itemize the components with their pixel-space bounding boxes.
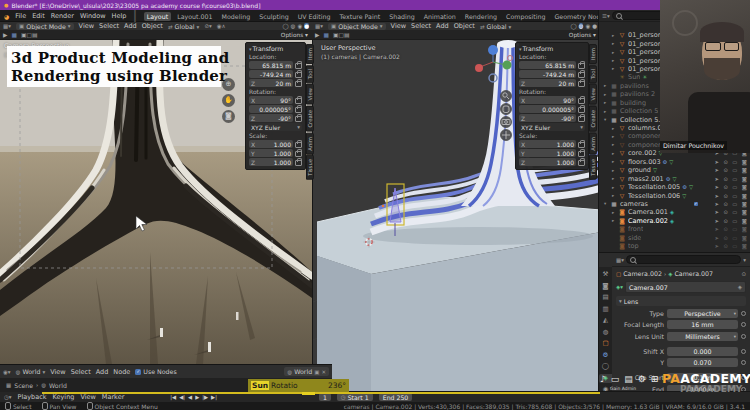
selectable-toggle-icon[interactable]: ➤ [714,209,718,215]
world-tab[interactable]: ◍ [599,328,612,337]
playback-button[interactable]: |▶ [202,394,208,400]
editor-type-icon[interactable]: ▦▾ [315,23,323,29]
pan-hand-icon[interactable]: ✋ [222,94,235,107]
lock-icon[interactable] [295,142,302,148]
lock-icon[interactable] [578,63,585,69]
lock-icon[interactable] [578,151,585,157]
outliner-item[interactable]: ▾ cameras ⚙ ▽ ◈ ☀ ➤ ⊙ ▭ ◙ [599,200,750,208]
euler-mode-dropdown[interactable]: XYZ Euler▾ [519,123,585,131]
scale-field[interactable]: Z1.000 [249,158,293,166]
lock-icon[interactable] [295,116,302,122]
viewport-toggle-icon[interactable]: ▭ [732,209,737,215]
hide-toggle-icon[interactable]: ⊙ [723,201,727,207]
lock-icon[interactable] [295,63,302,69]
shader-type-dropdown[interactable]: ◍ World ▾ [16,368,46,375]
file-icon[interactable]: ▤ [624,374,633,384]
object-name[interactable]: Collection 5 [620,107,658,115]
object-name[interactable]: core.002 [628,149,657,157]
display-icon[interactable]: ⊞ [651,374,659,384]
sidebar-tab[interactable]: Tissue [306,155,314,180]
object-name[interactable]: top [628,242,639,250]
object-name[interactable]: building [620,99,646,107]
solid-shading-icon[interactable]: ◍ [579,23,584,29]
transform-panel-header[interactable]: ▾Transform [519,45,585,52]
playback-button[interactable]: ◀| [179,394,185,400]
gear-icon[interactable]: ⚙ [638,374,646,384]
hide-toggle-icon[interactable]: ⊙ [723,243,727,249]
outliner-item[interactable]: ▸ mass2.001 ⚙ ▽ ◈ ☀ ➤ ⊙ ▭ ◙ [599,174,750,182]
workspace-tab[interactable]: Geometry Nodes [551,12,604,21]
copy-icon[interactable]: ▣ [314,369,319,375]
selectable-toggle-icon[interactable]: ➤ [714,226,718,232]
property-field[interactable]: 16 mm ▾ [667,320,738,329]
use-nodes-checkbox[interactable]: ✓ Use Nodes [135,368,176,375]
selectable-toggle-icon[interactable]: ➤ [714,184,718,190]
render-toggle-icon[interactable]: ◙ [742,193,747,199]
selectable-toggle-icon[interactable]: ➤ [714,243,718,249]
output-tab[interactable]: ▤ [599,293,612,302]
tool-icons[interactable]: ▦ [323,32,328,38]
camera-view-icon[interactable]: ◙ [222,110,235,123]
rotation-field[interactable]: Z-90° [249,114,293,122]
location-field[interactable]: 65.815 m [249,61,293,69]
viewport-menu-item[interactable]: Select [99,22,119,30]
object-name[interactable]: Tessellation.005 [628,183,680,191]
outliner-item[interactable]: ▸ Tessellation.005 ⚙ ▽ ◈ ☀ ➤ ⊙ ▭ ◙ [599,183,750,191]
scale-field[interactable]: Y1.000 [249,149,293,157]
location-field[interactable]: Z20 m [519,79,576,87]
collection-checkbox[interactable] [694,202,699,207]
outliner-item[interactable]: top ⚙ ▽ ◈ ☀ ➤ ⊙ ▭ ◙ [599,242,750,250]
menu-item[interactable]: Edit [32,12,45,20]
lock-icon[interactable] [295,107,302,113]
viewport-toggle-icon[interactable]: ▭ [732,235,737,241]
menu-item[interactable]: Window [80,12,106,20]
animate-dot-icon[interactable] [741,360,746,365]
location-field[interactable]: 65.815 m [519,61,576,69]
breadcrumb-data[interactable]: Camera.007 [674,270,713,277]
hide-toggle-icon[interactable]: ⊙ [723,184,727,190]
scale-field[interactable]: Z1.000 [519,158,576,166]
viewport-menu-item[interactable]: Select [411,22,431,30]
solid-shading-icon[interactable]: ◍ [291,23,296,29]
selectable-toggle-icon[interactable]: ➤ [714,193,718,199]
workspace-tab[interactable]: Texture Paint [337,12,384,21]
rendered-shading-icon[interactable]: ● [304,23,309,29]
lens-panel-header[interactable]: ▾Lens [616,296,746,306]
render-toggle-icon[interactable]: ◙ [742,226,747,232]
outliner-item[interactable]: side ⚙ ▽ ◈ ☀ ➤ ⊙ ▭ ◙ [599,234,750,242]
object-name[interactable]: side [628,234,641,242]
tool-tab[interactable]: ⚒ [599,270,612,279]
menu-item[interactable]: File [15,12,26,20]
sidebar-tab[interactable]: View [306,84,314,105]
hide-toggle-icon[interactable]: ⊙ [723,193,727,199]
blender-menu-icon[interactable]: ◕ [4,13,9,20]
outliner-item[interactable]: ▸ Camera.002 ⚙ ▽ ◈ ☀ ➤ ⊙ ▭ ◙ [599,217,750,225]
property-field[interactable]: 0.000 ▾ [667,347,738,356]
object-name[interactable]: floors.003 [628,158,661,166]
transform-panel-header[interactable]: ▾Transform [249,45,302,52]
hide-toggle-icon[interactable]: ⊙ [723,176,727,182]
menu-item[interactable]: Help [112,12,127,20]
rendered-shading-icon[interactable]: ● [592,23,597,29]
outliner-item[interactable]: ▸ Camera.001 ⚙ ▽ ◈ ☀ ➤ ⊙ ▭ ◙ [599,208,750,216]
lock-icon[interactable] [578,160,585,166]
render-tab[interactable]: ◙ [599,282,612,291]
filter-dropdown-icon[interactable]: ▦▾ [616,257,624,263]
sidebar-tab[interactable]: Create [589,106,597,132]
shader-menu-item[interactable]: Node [113,368,130,376]
rotation-field[interactable]: Z-90° [519,114,576,122]
rotation-field[interactable]: X90° [519,96,576,104]
datablock-name-field[interactable]: Camera.007 ◈ [625,281,746,293]
modifier-tab[interactable]: ⚙ [599,351,612,360]
sidebar-tab[interactable]: Tool [589,65,597,83]
outliner-item[interactable]: ▸ ground ⚙ ▽ ◈ ☀ ➤ ⊙ ▭ ◙ [599,166,750,174]
selectable-toggle-icon[interactable]: ➤ [714,235,718,241]
render-toggle-icon[interactable]: ◙ [742,235,747,241]
hide-toggle-icon[interactable]: ⊙ [723,209,727,215]
tool-icons[interactable]: ▦ [11,32,16,38]
selectable-toggle-icon[interactable]: ➤ [714,167,718,173]
object-name[interactable]: Camera.001 [628,208,668,216]
sidebar-tab[interactable]: Anim [306,133,314,155]
viewport-menu-item[interactable]: Add [436,22,449,30]
speaker-icon[interactable]: ♪ [600,374,606,384]
